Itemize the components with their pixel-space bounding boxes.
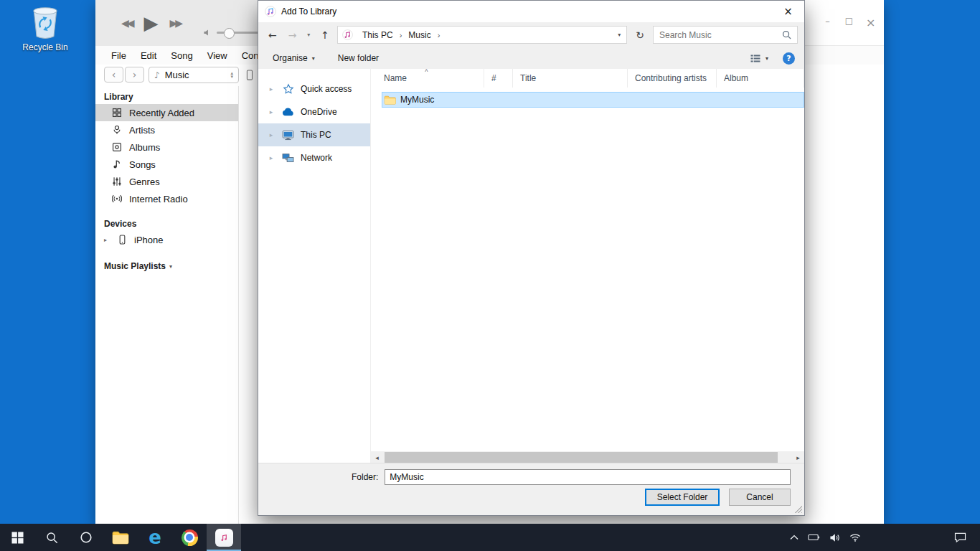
sidebar-item-albums[interactable]: Albums [95, 138, 238, 156]
expander-icon[interactable]: ▸ [101, 237, 110, 243]
address-dropdown-caret[interactable]: ▾ [612, 32, 626, 38]
music-note-icon: ♪ [154, 70, 160, 80]
scrollbar-thumb[interactable] [385, 452, 778, 463]
sidebar-device-iphone[interactable]: ▸iPhone [95, 231, 238, 248]
minimize-button[interactable]: – [823, 16, 832, 29]
select-folder-button[interactable]: Select Folder [645, 489, 720, 506]
navpane-item-this-pc[interactable]: ▸This PC [258, 123, 370, 146]
menu-song[interactable]: Song [164, 50, 199, 61]
view-mode-button[interactable] [750, 54, 761, 63]
forward-button[interactable]: › [125, 67, 144, 83]
taskbar-start-button[interactable] [0, 524, 34, 551]
scroll-right-button[interactable]: ▸ [792, 451, 804, 463]
tray-speaker-button[interactable] [829, 533, 840, 542]
tray-battery-button[interactable] [808, 534, 820, 541]
taskbar-search-button[interactable] [34, 524, 69, 551]
sidebar-item-genres[interactable]: Genres [95, 173, 238, 190]
nav-back-button[interactable]: ← [265, 29, 281, 41]
device-button[interactable] [246, 70, 253, 80]
organise-label: Organise [273, 53, 308, 63]
media-selector[interactable]: ♪ Music ▴▾ [149, 67, 239, 83]
column-header-contributing-artists[interactable]: Contributing artists [628, 69, 717, 88]
column-header-number[interactable]: # [484, 69, 513, 88]
taskbar-cortana-button[interactable] [69, 524, 103, 551]
taskbar-file-explorer-button[interactable] [103, 524, 138, 551]
view-mode-caret[interactable]: ▾ [765, 55, 768, 62]
file-row-mymusic[interactable]: MyMusic [382, 93, 804, 107]
nav-history-caret[interactable]: ▾ [304, 32, 313, 38]
taskbar-edge-button[interactable]: e [138, 524, 172, 551]
dialog-footer: Folder: Select Folder Cancel [258, 463, 804, 515]
pc-icon [281, 130, 295, 141]
search-input[interactable] [654, 30, 776, 40]
address-bar[interactable]: This PC›Music› ▾ [337, 26, 627, 44]
expander-icon[interactable]: ▸ [267, 154, 275, 161]
column-header-title[interactable]: Title [513, 69, 628, 88]
folder-label: Folder: [352, 472, 378, 482]
expander-icon[interactable]: ▸ [267, 85, 275, 93]
nav-forward-button[interactable]: → [285, 29, 301, 41]
sidebar-item-recently-added[interactable]: Recently Added [95, 104, 238, 121]
sidebar-item-internet-radio[interactable]: Internet Radio [95, 190, 238, 207]
chevron-up-icon [790, 534, 798, 540]
recycle-bin[interactable]: Recycle Bin [16, 4, 75, 52]
scroll-left-button[interactable]: ◂ [371, 451, 383, 463]
resize-grip[interactable] [794, 505, 802, 513]
itunes-sidebar: Library Recently AddedArtistsAlbumsSongs… [95, 86, 239, 524]
maximize-button[interactable]: □ [844, 16, 854, 29]
sidebar-item-songs[interactable]: Songs [95, 156, 238, 173]
expander-icon[interactable]: ▸ [267, 131, 275, 138]
cancel-button[interactable]: Cancel [729, 489, 791, 506]
search-icon[interactable] [776, 30, 797, 39]
navpane-item-onedrive[interactable]: ▸OneDrive [258, 100, 370, 123]
playback-controls: ◀◀ ▶ ▶▶ [121, 0, 181, 46]
playlists-header[interactable]: Music Playlists ▾ [104, 261, 238, 271]
column-label: # [491, 73, 496, 83]
action-center-button[interactable] [946, 524, 974, 551]
organise-button[interactable]: Organise ▾ [273, 53, 315, 63]
expander-icon[interactable]: ▸ [267, 108, 275, 116]
add-to-library-dialog: Add To Library × ← → ▾ ↑ This PC›Music› … [258, 0, 805, 516]
navpane-item-quick-access[interactable]: ▸Quick access [258, 77, 370, 100]
close-button[interactable]: × [866, 16, 875, 29]
column-header-name[interactable]: Name^ [371, 69, 484, 88]
taskbar-chrome-button[interactable] [172, 524, 207, 551]
folder-name-input[interactable] [385, 469, 791, 485]
next-button[interactable]: ▶▶ [170, 17, 182, 29]
breadcrumb-music[interactable]: Music [403, 30, 435, 40]
dialog-close-button[interactable]: × [772, 1, 804, 22]
sidebar-item-label: Recently Added [129, 108, 194, 118]
play-button[interactable]: ▶ [144, 12, 159, 34]
column-header-album[interactable]: Album [717, 69, 804, 88]
radio-icon [111, 194, 123, 204]
back-button[interactable]: ‹ [104, 67, 123, 83]
menu-edit[interactable]: Edit [133, 50, 164, 61]
sidebar-item-artists[interactable]: Artists [95, 121, 238, 138]
volume-knob[interactable] [224, 28, 235, 39]
search-box [653, 26, 798, 44]
cortana-icon [80, 531, 93, 544]
horizontal-scrollbar[interactable]: ◂ ▸ [371, 451, 804, 463]
tray-chevron-up-button[interactable] [790, 534, 798, 540]
navpane-item-network[interactable]: ▸Network [258, 146, 370, 169]
new-folder-button[interactable]: New folder [338, 53, 379, 63]
menu-view[interactable]: View [200, 50, 235, 61]
address-location-icon [338, 29, 357, 40]
menu-file[interactable]: File [104, 50, 133, 61]
mic-icon [111, 125, 123, 135]
sidebar-item-label: Songs [129, 159, 156, 170]
taskbar-itunes-button[interactable] [207, 524, 241, 551]
tray-wifi-button[interactable] [849, 533, 861, 542]
previous-button[interactable]: ◀◀ [121, 17, 133, 29]
sidebar-item-label: Genres [129, 176, 160, 187]
help-button[interactable]: ? [783, 52, 795, 65]
navpane-item-label: This PC [301, 130, 331, 140]
chevron-right-icon[interactable]: › [436, 31, 442, 39]
system-tray [790, 524, 861, 551]
chevron-right-icon[interactable]: › [398, 31, 404, 39]
nav-up-button[interactable]: ↑ [317, 29, 333, 41]
breadcrumb-this-pc[interactable]: This PC [357, 30, 398, 40]
refresh-button[interactable]: ↻ [631, 29, 649, 41]
scrollbar-track[interactable] [383, 451, 792, 463]
grid-icon [111, 108, 123, 118]
